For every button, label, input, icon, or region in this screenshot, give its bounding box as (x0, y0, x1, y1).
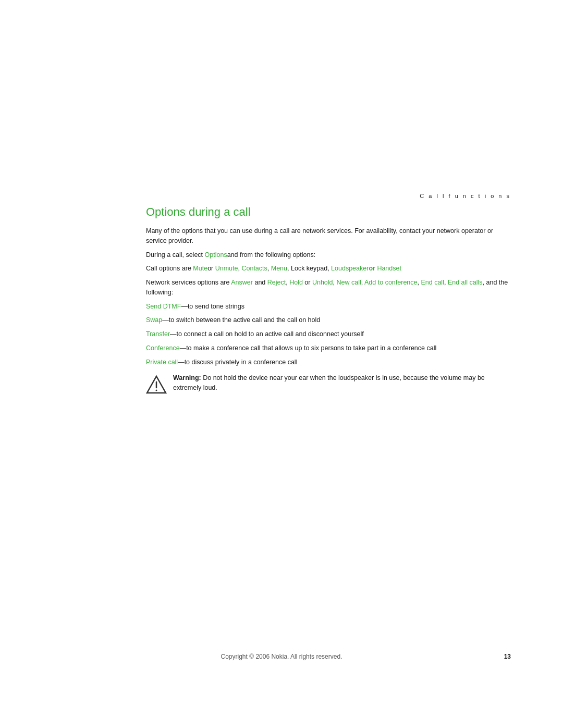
newcall-link: New call (337, 279, 361, 286)
warning-body: Do not hold the device near your ear whe… (173, 374, 485, 391)
transfer-paragraph: Transfer—to connect a call on hold to an… (146, 329, 511, 339)
intro-text: Many of the options that you can use dur… (146, 227, 493, 244)
private-call-link: Private call (146, 359, 178, 366)
warning-icon (146, 374, 167, 395)
svg-point-2 (156, 390, 157, 391)
no-comma5: , (444, 279, 448, 286)
network-options-paragraph: Network services options are Answer and … (146, 278, 511, 298)
call-options-paragraph: Call options are Muteor Unmute, Contacts… (146, 264, 511, 274)
call-options-prefix: Call options are (146, 265, 193, 272)
co-comma2: , (267, 265, 271, 272)
select-paragraph: During a call, select Optionsand from th… (146, 250, 511, 260)
answer-link: Answer (231, 279, 253, 286)
conference-link: Conference (146, 344, 180, 352)
addconference-link: Add to conference (364, 279, 417, 286)
unmute-link: Unmute (215, 265, 238, 272)
swap-link: Swap (146, 316, 162, 324)
endcall-link: End call (421, 279, 444, 286)
section-title: Options during a call (146, 205, 511, 219)
mute-link: Mute (193, 265, 207, 272)
no-and1: and (253, 279, 267, 286)
private-call-paragraph: Private call—to discuss privately in a c… (146, 357, 511, 367)
co-or1: or (207, 265, 215, 272)
select-text-2: and from the following options: (227, 251, 316, 258)
warning-text: Warning: Do not hold the device near you… (173, 373, 511, 393)
private-call-text: —to discuss privately in a conference ca… (178, 359, 297, 366)
content-area: C a l l f u n c t i o n s Options during… (146, 193, 511, 400)
swap-paragraph: Swap—to switch between the active call a… (146, 315, 511, 325)
section-label: C a l l f u n c t i o n s (146, 193, 511, 199)
footer-copyright: Copyright © 2006 Nokia. All rights reser… (221, 653, 342, 660)
transfer-text: —to connect a call on hold to an active … (170, 330, 364, 338)
footer: Copyright © 2006 Nokia. All rights reser… (0, 653, 563, 660)
send-dtmf-paragraph: Send DTMF—to send tone strings (146, 302, 511, 312)
swap-text: —to switch between the active call and t… (162, 316, 320, 324)
loudspeaker-link: Loudspeaker (331, 265, 369, 272)
options-link: Options (205, 251, 227, 258)
warning-box: Warning: Do not hold the device near you… (146, 373, 511, 395)
warning-label: Warning: (173, 374, 201, 381)
page: C a l l f u n c t i o n s Options during… (0, 0, 563, 728)
co-lock: , Lock keypad, (287, 265, 331, 272)
transfer-link: Transfer (146, 330, 170, 338)
footer-page: 13 (504, 653, 511, 660)
contacts-link: Contacts (241, 265, 267, 272)
no-prefix: Network services options are (146, 279, 231, 286)
handset-link: Handset (377, 265, 401, 272)
hold-link: Hold (289, 279, 303, 286)
menu-link: Menu (271, 265, 287, 272)
send-dtmf-link: Send DTMF (146, 303, 181, 310)
unhold-link: Unhold (312, 279, 333, 286)
intro-paragraph: Many of the options that you can use dur… (146, 226, 511, 246)
send-dtmf-text: —to send tone strings (181, 303, 244, 310)
no-comma2: , (333, 279, 337, 286)
endallcalls-link: End all calls (448, 279, 483, 286)
reject-link: Reject (267, 279, 286, 286)
no-or1: or (303, 279, 312, 286)
select-text-1: During a call, select (146, 251, 205, 258)
conference-text: —to make a conference call that allows u… (180, 344, 437, 352)
loudspeaker-bold: or (369, 265, 375, 272)
conference-paragraph: Conference—to make a conference call tha… (146, 343, 511, 353)
